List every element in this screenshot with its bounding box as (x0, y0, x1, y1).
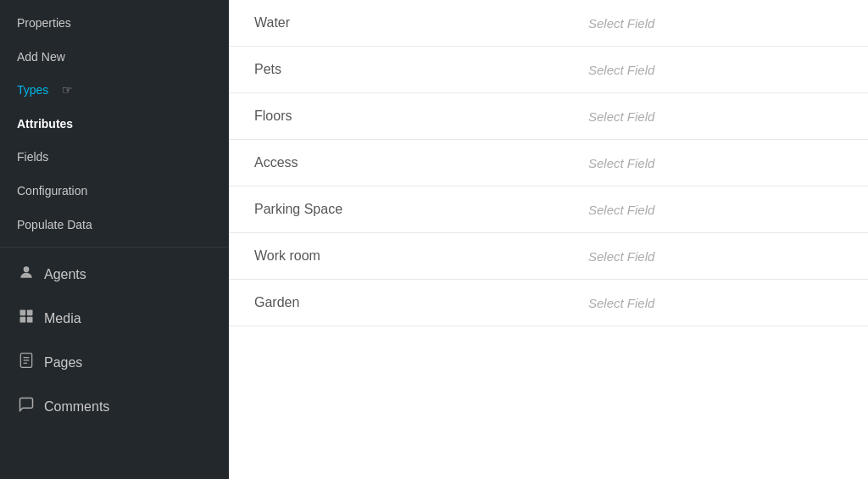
sidebar-item-agents[interactable]: Agents (0, 253, 229, 297)
sidebar: Properties Add New Types ☞ Attributes Fi… (0, 0, 229, 479)
attribute-name: Garden (254, 295, 588, 310)
agents-icon (17, 263, 36, 287)
attribute-field-type: Select Field (588, 156, 843, 170)
attributes-table: WaterSelect FieldPetsSelect FieldFloorsS… (229, 0, 868, 326)
attribute-name: Access (254, 155, 588, 170)
sidebar-item-pages[interactable]: Pages (0, 341, 229, 385)
table-row[interactable]: AccessSelect Field (229, 140, 868, 187)
sidebar-divider (0, 247, 229, 248)
sidebar-item-types[interactable]: Types ☞ (0, 74, 229, 108)
attribute-field-type: Select Field (588, 16, 843, 31)
svg-rect-4 (27, 317, 33, 323)
properties-label: Properties (17, 15, 71, 32)
sidebar-item-populate-data[interactable]: Populate Data (0, 209, 229, 242)
sidebar-item-fields[interactable]: Fields (0, 141, 229, 175)
media-icon (17, 307, 36, 331)
attribute-name: Work room (254, 248, 588, 264)
pages-icon (17, 351, 36, 375)
attribute-field-type: Select Field (588, 296, 843, 310)
svg-rect-2 (27, 310, 33, 316)
table-row[interactable]: PetsSelect Field (229, 47, 868, 93)
sidebar-item-media[interactable]: Media (0, 297, 229, 341)
populate-data-label: Populate Data (17, 217, 92, 234)
table-row[interactable]: Parking SpaceSelect Field (229, 187, 868, 233)
table-row[interactable]: WaterSelect Field (229, 0, 868, 47)
table-row[interactable]: FloorsSelect Field (229, 93, 868, 140)
cursor-icon: ☞ (62, 82, 73, 99)
pages-label: Pages (44, 354, 82, 372)
attribute-name: Water (254, 15, 588, 31)
media-label: Media (44, 309, 81, 328)
attribute-field-type: Select Field (588, 63, 843, 77)
table-row[interactable]: GardenSelect Field (229, 280, 868, 326)
add-new-label: Add New (17, 49, 65, 66)
fields-label: Fields (17, 149, 48, 166)
attribute-name: Pets (254, 62, 588, 77)
attribute-name: Floors (254, 109, 588, 124)
attribute-field-type: Select Field (588, 249, 843, 264)
main-content: WaterSelect FieldPetsSelect FieldFloorsS… (229, 0, 868, 479)
attribute-field-type: Select Field (588, 203, 843, 217)
comments-label: Comments (44, 398, 109, 416)
table-row[interactable]: Work roomSelect Field (229, 233, 868, 280)
attributes-label: Attributes (17, 116, 73, 133)
sidebar-item-comments[interactable]: Comments (0, 385, 229, 429)
comments-icon (17, 395, 36, 419)
svg-point-0 (24, 266, 30, 272)
types-label: Types (17, 82, 48, 99)
configuration-label: Configuration (17, 183, 87, 200)
svg-rect-1 (20, 310, 26, 316)
sidebar-item-configuration[interactable]: Configuration (0, 175, 229, 209)
attribute-name: Parking Space (254, 202, 588, 217)
sidebar-item-add-new[interactable]: Add New (0, 41, 229, 75)
sidebar-item-properties[interactable]: Properties (0, 7, 229, 41)
svg-rect-3 (20, 317, 26, 323)
agents-label: Agents (44, 265, 86, 284)
sidebar-item-attributes[interactable]: Attributes (0, 108, 229, 142)
attribute-field-type: Select Field (588, 109, 843, 124)
